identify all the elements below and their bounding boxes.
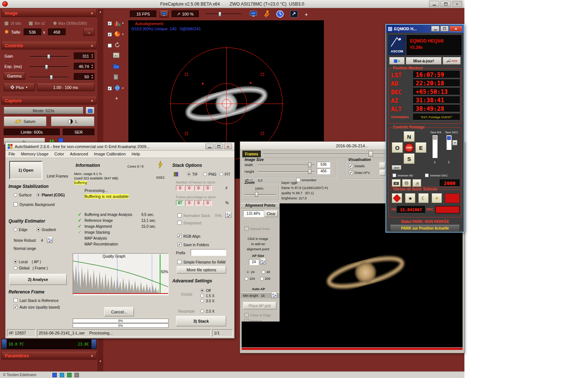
gamma-slider[interactable] [30, 77, 69, 78]
details-checkbox[interactable] [349, 164, 353, 168]
colorwheel-dropdown-icon[interactable]: ▼ [122, 33, 124, 35]
min-bright-dice-button[interactable] [271, 292, 277, 298]
noise-dice-button[interactable] [47, 237, 53, 243]
update-button[interactable]: Mise-à-jour! [406, 57, 442, 65]
visualisation-extra-button[interactable] [380, 170, 385, 176]
menu-memory-usage[interactable]: Memory Usage [18, 151, 52, 158]
close-button[interactable]: × [224, 144, 232, 149]
bin-checkbox[interactable] [29, 21, 33, 25]
limit-frames-label[interactable]: Limit Frames [47, 174, 68, 178]
increment-icon[interactable]: ▲ [90, 64, 94, 66]
collapse-icon[interactable]: « [90, 12, 94, 14]
gradient-radio[interactable] [37, 228, 40, 231]
sharpened-checkbox[interactable] [177, 221, 181, 225]
frames-tab[interactable]: Frames [242, 151, 261, 157]
rotate-button[interactable] [114, 42, 120, 49]
fit-radio[interactable] [219, 172, 223, 176]
height-select[interactable]: 458 [48, 28, 66, 36]
ap-200-radio[interactable] [260, 277, 264, 281]
taskbar-icon-1[interactable] [52, 373, 57, 377]
filter-l-button[interactable]: L [51, 117, 94, 126]
inverser-ad-checkbox[interactable] [392, 173, 396, 177]
prefix-input[interactable] [191, 249, 226, 256]
analyse-button[interactable]: 2) Analyse [9, 274, 67, 285]
pct-frames-input[interactable]: 87 [176, 200, 184, 206]
png-radio[interactable] [203, 172, 207, 176]
dynamic-background-checkbox[interactable] [14, 202, 18, 206]
menu-file[interactable]: File [6, 151, 18, 158]
slew-west-button[interactable]: O [392, 142, 403, 153]
normalize-stack-checkbox[interactable] [177, 213, 181, 217]
minimize-button[interactable] [429, 1, 439, 7]
close-to-edge-checkbox[interactable] [245, 313, 249, 317]
format-field[interactable]: SER [63, 128, 94, 136]
close-button[interactable]: × [452, 1, 462, 7]
increment-icon[interactable]: ▲ [90, 74, 94, 77]
autoalign-button[interactable] [114, 85, 120, 92]
frame-scrub-slider[interactable] [263, 154, 385, 155]
global-frame-radio[interactable] [14, 266, 17, 270]
collapse-icon[interactable]: « [90, 99, 94, 102]
drizzle-off-radio[interactable] [200, 289, 204, 292]
histogram-dropdown-icon[interactable]: ▼ [122, 22, 124, 24]
ap-48-radio[interactable] [262, 270, 265, 274]
camera-button[interactable] [392, 179, 401, 187]
drizzle-30-radio[interactable] [200, 299, 204, 303]
slew-north-button[interactable]: N [404, 131, 415, 142]
stop-slew-button[interactable]: STOP [404, 143, 414, 152]
taskbar-icon-2[interactable] [60, 373, 64, 377]
num-frames-input[interactable]: 0 [176, 185, 184, 191]
stop-tracking-button[interactable] [392, 193, 402, 203]
autorun-button[interactable] [263, 10, 271, 19]
ap-104-radio[interactable] [245, 277, 248, 281]
normalize-dice-button[interactable] [225, 212, 231, 218]
timer-button[interactable] [276, 10, 284, 19]
decrement-icon[interactable]: ▼ [90, 66, 94, 69]
spiral-button[interactable] [412, 179, 421, 187]
decrement-icon[interactable]: ▼ [90, 56, 94, 59]
edge-radio[interactable] [14, 228, 17, 231]
num-frames-input[interactable]: 0 [194, 185, 203, 191]
gain-knob[interactable] [47, 54, 50, 59]
height-value-box[interactable]: 456 [317, 168, 330, 174]
draw-aps-checkbox[interactable] [349, 171, 353, 175]
increment-icon[interactable]: ▲ [90, 54, 94, 56]
cancel-button[interactable]: Cancel... [104, 307, 134, 316]
colorwheel-checkbox[interactable] [108, 32, 112, 37]
zoom-slider[interactable] [245, 194, 276, 195]
taux-dec-slider[interactable] [446, 135, 452, 150]
maximize-button[interactable] [215, 144, 223, 149]
taux-dec-dropdown[interactable]: ▼ [452, 140, 457, 145]
capture-settings-button[interactable] [86, 107, 94, 114]
solar-rate-button[interactable]: ☀ [432, 193, 442, 203]
inverser-dec-checkbox[interactable] [425, 173, 429, 177]
image-panel-header[interactable]: Image « [1, 9, 97, 17]
delete-button[interactable] [113, 74, 118, 80]
exposure-range-button[interactable]: 1.00 - 100 ms [37, 83, 94, 91]
scroll-up-icon[interactable]: ▲ [98, 9, 103, 14]
frame-scrub-knob[interactable] [369, 151, 373, 157]
colorwheel-button[interactable] [114, 31, 120, 38]
visualisation-extra-button[interactable] [380, 162, 385, 168]
zoom-knob[interactable] [255, 192, 258, 197]
pct-frames-input[interactable]: 0 [185, 200, 193, 206]
apply-roi-button[interactable]: → [83, 28, 94, 36]
width-select[interactable]: 536 [24, 28, 41, 36]
num-frames-input[interactable]: 0 [204, 185, 212, 191]
autoalign-dropdown-icon[interactable]: ▼ [122, 87, 124, 89]
menu-help[interactable]: Help [129, 151, 143, 158]
taux-ra-thumb[interactable] [433, 136, 437, 140]
height-slider[interactable] [258, 171, 315, 172]
menu-color[interactable]: Color [51, 151, 67, 158]
display-button[interactable] [159, 10, 169, 18]
close-button[interactable]: × [450, 26, 462, 31]
toolbar-add-button[interactable]: + [305, 11, 308, 17]
rotate-checkbox[interactable] [108, 44, 112, 48]
gamma-button[interactable]: Gamma [4, 72, 25, 80]
exposure-knob[interactable] [45, 65, 48, 69]
grid-button[interactable] [402, 179, 411, 187]
snapshot-button[interactable] [113, 52, 120, 59]
taskbar-icon-3[interactable] [67, 373, 72, 377]
pct-frames-input[interactable]: 0 [194, 200, 203, 206]
display-mode-button[interactable]: + [389, 57, 405, 65]
